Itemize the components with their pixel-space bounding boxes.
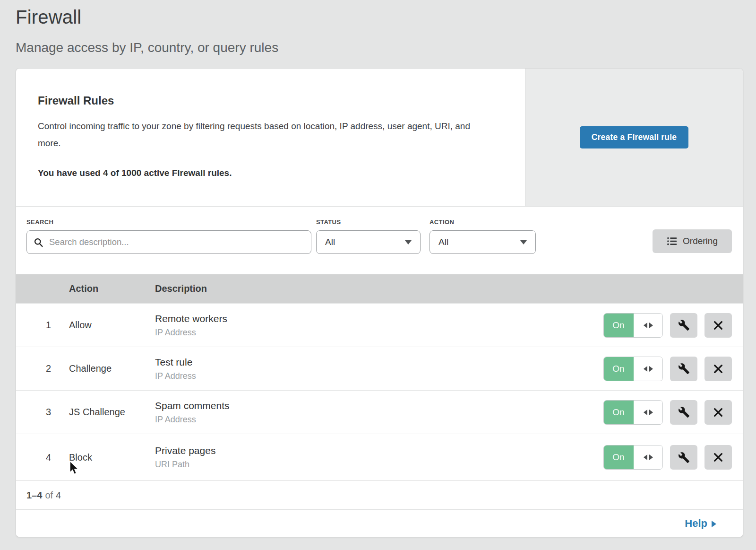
rule-controls: On bbox=[603, 357, 743, 381]
firewall-page: Firewall Manage access by IP, country, o… bbox=[0, 0, 756, 537]
action-select[interactable]: All bbox=[430, 230, 536, 254]
table-row: 1 Allow Remote workers IP Address On bbox=[16, 303, 743, 347]
rule-controls: On bbox=[603, 313, 743, 338]
wrench-icon bbox=[678, 319, 690, 331]
search-filter-group: SEARCH bbox=[26, 218, 311, 254]
toggle-arrows-icon bbox=[634, 314, 662, 337]
page-subtitle: Manage access by IP, country, or query r… bbox=[16, 40, 740, 55]
card-intro-text: Firewall Rules Control incoming traffic … bbox=[16, 69, 525, 206]
delete-rule-button[interactable] bbox=[704, 357, 732, 381]
rule-description: Remote workers bbox=[155, 313, 603, 324]
firewall-rules-card: Firewall Rules Control incoming traffic … bbox=[16, 68, 743, 537]
card-description: Control incoming traffic to your zone by… bbox=[38, 118, 491, 152]
wrench-icon bbox=[678, 406, 690, 418]
pagination: 1–4 of 4 bbox=[16, 480, 743, 509]
toggle-on-label: On bbox=[603, 400, 634, 425]
rule-priority: 4 bbox=[16, 452, 69, 463]
delete-rule-button[interactable] bbox=[704, 445, 732, 470]
status-select-value: All bbox=[325, 237, 335, 247]
edit-rule-button[interactable] bbox=[670, 313, 697, 338]
search-input-wrapper bbox=[26, 230, 311, 254]
card-intro-section: Firewall Rules Control incoming traffic … bbox=[16, 69, 743, 207]
rule-field: IP Address bbox=[155, 371, 603, 381]
rule-enabled-toggle[interactable]: On bbox=[603, 445, 663, 470]
usage-text: You have used 4 of 1000 active Firewall … bbox=[38, 168, 503, 178]
rule-description-cell: Test rule IP Address bbox=[155, 357, 603, 381]
table-row: 4 Block Private pages URI Path On bbox=[16, 434, 743, 480]
toggle-arrows-icon bbox=[634, 357, 662, 381]
rule-enabled-toggle[interactable]: On bbox=[603, 400, 663, 425]
delete-rule-button[interactable] bbox=[704, 313, 732, 338]
rule-action: JS Challenge bbox=[69, 407, 155, 418]
chevron-down-icon bbox=[520, 240, 527, 244]
status-label: STATUS bbox=[316, 218, 421, 226]
close-icon bbox=[713, 364, 723, 374]
rule-description-cell: Private pages URI Path bbox=[155, 445, 603, 470]
ordered-list-icon bbox=[667, 236, 677, 246]
status-filter-group: STATUS All bbox=[316, 218, 421, 254]
pagination-total: 4 bbox=[56, 490, 61, 501]
create-firewall-rule-button[interactable]: Create a Firewall rule bbox=[580, 126, 688, 148]
close-icon bbox=[713, 320, 723, 331]
delete-rule-button[interactable] bbox=[704, 400, 732, 425]
chevron-down-icon bbox=[405, 240, 412, 244]
rule-description-cell: Remote workers IP Address bbox=[155, 313, 603, 338]
status-select[interactable]: All bbox=[316, 230, 421, 254]
pagination-of-label: of bbox=[45, 490, 53, 501]
wrench-icon bbox=[678, 452, 690, 463]
toggle-on-label: On bbox=[603, 445, 634, 470]
edit-rule-button[interactable] bbox=[670, 400, 697, 425]
rule-description: Spam comments bbox=[155, 400, 603, 411]
rule-description: Test rule bbox=[155, 357, 603, 368]
table-header: Action Description bbox=[16, 274, 743, 303]
create-rule-panel: Create a Firewall rule bbox=[525, 69, 743, 206]
action-filter-group: ACTION All bbox=[430, 218, 536, 254]
help-footer: Help bbox=[16, 509, 743, 537]
close-icon bbox=[713, 452, 723, 463]
arrow-right-icon bbox=[712, 521, 716, 527]
rule-enabled-toggle[interactable]: On bbox=[603, 313, 663, 338]
rule-controls: On bbox=[603, 445, 743, 470]
filter-bar: SEARCH STATUS All ACTION bbox=[16, 207, 743, 274]
wrench-icon bbox=[678, 363, 690, 375]
rule-field: IP Address bbox=[155, 328, 603, 338]
edit-rule-button[interactable] bbox=[670, 357, 697, 381]
search-input[interactable] bbox=[48, 236, 304, 248]
rule-action: Block bbox=[69, 452, 155, 463]
ordering-button[interactable]: Ordering bbox=[653, 229, 732, 253]
toggle-arrows-icon bbox=[634, 401, 662, 424]
toggle-on-label: On bbox=[603, 357, 634, 381]
rule-controls: On bbox=[603, 400, 743, 425]
rule-description-cell: Spam comments IP Address bbox=[155, 400, 603, 425]
rule-priority: 1 bbox=[16, 320, 69, 331]
rule-priority: 3 bbox=[16, 407, 69, 418]
rule-action: Allow bbox=[69, 320, 155, 331]
toggle-arrows-icon bbox=[634, 445, 662, 469]
page-title: Firewall bbox=[16, 7, 740, 28]
ordering-button-label: Ordering bbox=[683, 236, 718, 246]
rule-priority: 2 bbox=[16, 363, 69, 374]
rule-description: Private pages bbox=[155, 445, 603, 456]
action-label: ACTION bbox=[430, 218, 536, 226]
search-label: SEARCH bbox=[26, 218, 311, 226]
rule-enabled-toggle[interactable]: On bbox=[603, 357, 663, 381]
action-select-value: All bbox=[438, 237, 448, 247]
pagination-range: 1–4 bbox=[26, 490, 42, 501]
table-row: 3 JS Challenge Spam comments IP Address … bbox=[16, 390, 743, 434]
edit-rule-button[interactable] bbox=[670, 445, 697, 470]
help-link-label: Help bbox=[685, 517, 707, 530]
rule-field: IP Address bbox=[155, 415, 603, 425]
table-row: 2 Challenge Test rule IP Address On bbox=[16, 347, 743, 390]
close-icon bbox=[713, 407, 723, 418]
rule-action: Challenge bbox=[69, 363, 155, 374]
description-column-header: Description bbox=[155, 283, 743, 294]
help-link[interactable]: Help bbox=[685, 517, 716, 530]
search-icon bbox=[34, 237, 43, 247]
rule-field: URI Path bbox=[155, 460, 603, 470]
action-column-header: Action bbox=[69, 283, 155, 294]
card-heading: Firewall Rules bbox=[38, 94, 503, 107]
toggle-on-label: On bbox=[603, 313, 634, 338]
